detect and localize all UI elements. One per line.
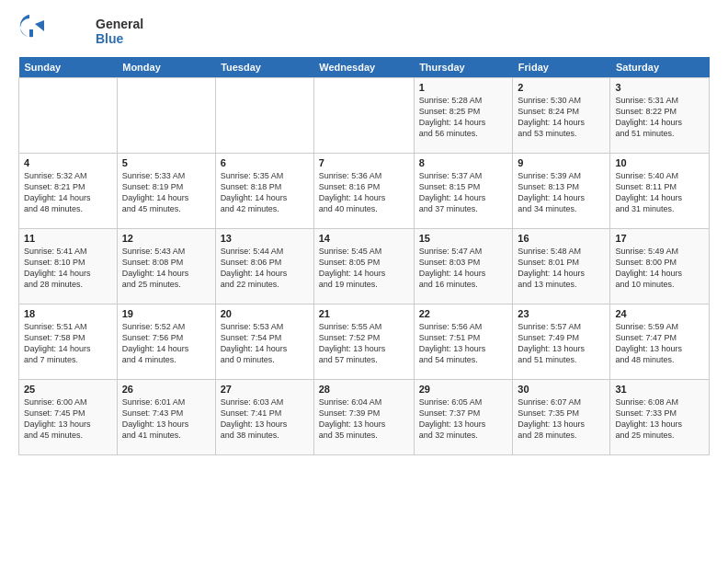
week-row-1: 1Sunrise: 5:28 AM Sunset: 8:25 PM Daylig… [19, 78, 710, 154]
day-info: Sunrise: 6:01 AM Sunset: 7:43 PM Dayligh… [122, 396, 210, 442]
day-number: 5 [122, 157, 210, 168]
day-info: Sunrise: 5:59 AM Sunset: 7:47 PM Dayligh… [615, 321, 704, 366]
day-number: 1 [419, 82, 508, 93]
day-number: 23 [518, 308, 605, 319]
day-info: Sunrise: 6:05 AM Sunset: 7:37 PM Dayligh… [419, 396, 508, 442]
calendar-cell: 28Sunrise: 6:04 AM Sunset: 7:39 PM Dayli… [313, 380, 414, 455]
svg-marker-0 [35, 20, 44, 31]
day-info: Sunrise: 5:28 AM Sunset: 8:25 PM Dayligh… [419, 95, 508, 140]
day-info: Sunrise: 5:35 AM Sunset: 8:18 PM Dayligh… [221, 170, 309, 215]
day-info: Sunrise: 5:52 AM Sunset: 7:56 PM Dayligh… [122, 321, 210, 366]
calendar-cell: 10Sunrise: 5:40 AM Sunset: 8:11 PM Dayli… [610, 154, 710, 229]
day-info: Sunrise: 5:31 AM Sunset: 8:22 PM Dayligh… [615, 95, 704, 140]
calendar-cell: 19Sunrise: 5:52 AM Sunset: 7:56 PM Dayli… [117, 304, 215, 380]
calendar-cell: 12Sunrise: 5:43 AM Sunset: 8:08 PM Dayli… [117, 229, 215, 304]
calendar-cell: 14Sunrise: 5:45 AM Sunset: 8:05 PM Dayli… [313, 229, 414, 304]
day-info: Sunrise: 5:49 AM Sunset: 8:00 PM Dayligh… [615, 246, 704, 291]
day-number: 11 [24, 233, 112, 244]
day-info: Sunrise: 5:57 AM Sunset: 7:49 PM Dayligh… [518, 321, 605, 366]
day-number: 26 [122, 384, 210, 395]
weekday-header-row: SundayMondayTuesdayWednesdayThursdayFrid… [19, 57, 710, 78]
page-header: GeneralBlue [18, 15, 710, 48]
day-info: Sunrise: 5:33 AM Sunset: 8:19 PM Dayligh… [122, 170, 210, 215]
day-number: 22 [419, 308, 508, 319]
day-number: 17 [615, 233, 704, 244]
calendar-cell: 2Sunrise: 5:30 AM Sunset: 8:24 PM Daylig… [513, 78, 610, 154]
weekday-header-saturday: Saturday [610, 57, 710, 78]
day-number: 29 [419, 384, 508, 395]
day-number: 27 [221, 384, 309, 395]
calendar-cell: 23Sunrise: 5:57 AM Sunset: 7:49 PM Dayli… [513, 304, 610, 380]
calendar-cell: 31Sunrise: 6:08 AM Sunset: 7:33 PM Dayli… [610, 380, 710, 455]
day-info: Sunrise: 5:41 AM Sunset: 8:10 PM Dayligh… [24, 246, 112, 291]
logo: GeneralBlue [18, 15, 143, 48]
day-number: 8 [419, 157, 508, 168]
day-info: Sunrise: 6:04 AM Sunset: 7:39 PM Dayligh… [319, 396, 409, 442]
day-number: 19 [122, 308, 210, 319]
calendar-cell: 3Sunrise: 5:31 AM Sunset: 8:22 PM Daylig… [610, 78, 710, 154]
calendar-cell: 4Sunrise: 5:32 AM Sunset: 8:21 PM Daylig… [19, 154, 118, 229]
calendar-cell: 24Sunrise: 5:59 AM Sunset: 7:47 PM Dayli… [610, 304, 710, 380]
calendar-cell: 7Sunrise: 5:36 AM Sunset: 8:16 PM Daylig… [313, 154, 414, 229]
day-number: 21 [319, 308, 409, 319]
calendar-cell: 11Sunrise: 5:41 AM Sunset: 8:10 PM Dayli… [19, 229, 118, 304]
calendar-cell: 9Sunrise: 5:39 AM Sunset: 8:13 PM Daylig… [513, 154, 610, 229]
day-info: Sunrise: 5:32 AM Sunset: 8:21 PM Dayligh… [24, 170, 112, 215]
day-number: 10 [615, 157, 704, 168]
day-number: 20 [221, 308, 309, 319]
day-number: 30 [518, 384, 605, 395]
day-info: Sunrise: 5:55 AM Sunset: 7:52 PM Dayligh… [319, 321, 409, 366]
day-number: 6 [221, 157, 309, 168]
week-row-2: 4Sunrise: 5:32 AM Sunset: 8:21 PM Daylig… [19, 154, 710, 229]
calendar-cell: 25Sunrise: 6:00 AM Sunset: 7:45 PM Dayli… [19, 380, 118, 455]
calendar-cell: 5Sunrise: 5:33 AM Sunset: 8:19 PM Daylig… [117, 154, 215, 229]
weekday-header-tuesday: Tuesday [215, 57, 313, 78]
calendar-cell: 6Sunrise: 5:35 AM Sunset: 8:18 PM Daylig… [215, 154, 313, 229]
calendar-table: SundayMondayTuesdayWednesdayThursdayFrid… [18, 57, 710, 455]
day-number: 2 [518, 82, 605, 93]
weekday-header-friday: Friday [513, 57, 610, 78]
day-number: 14 [319, 233, 409, 244]
day-number: 9 [518, 157, 605, 168]
calendar-cell [19, 78, 118, 154]
calendar-cell: 15Sunrise: 5:47 AM Sunset: 8:03 PM Dayli… [414, 229, 513, 304]
logo-svg [18, 15, 92, 48]
weekday-header-sunday: Sunday [19, 57, 118, 78]
day-info: Sunrise: 6:00 AM Sunset: 7:45 PM Dayligh… [24, 396, 112, 442]
calendar-cell: 26Sunrise: 6:01 AM Sunset: 7:43 PM Dayli… [117, 380, 215, 455]
day-number: 4 [24, 157, 112, 168]
day-info: Sunrise: 5:37 AM Sunset: 8:15 PM Dayligh… [419, 170, 508, 215]
calendar-cell: 27Sunrise: 6:03 AM Sunset: 7:41 PM Dayli… [215, 380, 313, 455]
calendar-cell: 8Sunrise: 5:37 AM Sunset: 8:15 PM Daylig… [414, 154, 513, 229]
calendar-cell [313, 78, 414, 154]
calendar-cell: 21Sunrise: 5:55 AM Sunset: 7:52 PM Dayli… [313, 304, 414, 380]
day-info: Sunrise: 5:40 AM Sunset: 8:11 PM Dayligh… [615, 170, 704, 215]
logo-general: General [96, 17, 143, 31]
week-row-5: 25Sunrise: 6:00 AM Sunset: 7:45 PM Dayli… [19, 380, 710, 455]
weekday-header-thursday: Thursday [414, 57, 513, 78]
day-number: 16 [518, 233, 605, 244]
week-row-4: 18Sunrise: 5:51 AM Sunset: 7:58 PM Dayli… [19, 304, 710, 380]
calendar-cell [215, 78, 313, 154]
calendar-cell [117, 78, 215, 154]
calendar-cell: 1Sunrise: 5:28 AM Sunset: 8:25 PM Daylig… [414, 78, 513, 154]
calendar-cell: 16Sunrise: 5:48 AM Sunset: 8:01 PM Dayli… [513, 229, 610, 304]
day-info: Sunrise: 5:53 AM Sunset: 7:54 PM Dayligh… [221, 321, 309, 366]
week-row-3: 11Sunrise: 5:41 AM Sunset: 8:10 PM Dayli… [19, 229, 710, 304]
day-info: Sunrise: 6:03 AM Sunset: 7:41 PM Dayligh… [221, 396, 309, 442]
day-info: Sunrise: 5:44 AM Sunset: 8:06 PM Dayligh… [221, 246, 309, 291]
day-number: 31 [615, 384, 704, 395]
day-number: 18 [24, 308, 112, 319]
day-number: 7 [319, 157, 409, 168]
day-info: Sunrise: 6:08 AM Sunset: 7:33 PM Dayligh… [615, 396, 704, 442]
day-info: Sunrise: 5:51 AM Sunset: 7:58 PM Dayligh… [24, 321, 112, 366]
calendar-cell: 30Sunrise: 6:07 AM Sunset: 7:35 PM Dayli… [513, 380, 610, 455]
day-number: 28 [319, 384, 409, 395]
day-info: Sunrise: 5:39 AM Sunset: 8:13 PM Dayligh… [518, 170, 605, 215]
logo-blue: Blue [96, 31, 143, 46]
day-info: Sunrise: 5:45 AM Sunset: 8:05 PM Dayligh… [319, 246, 409, 291]
day-info: Sunrise: 6:07 AM Sunset: 7:35 PM Dayligh… [518, 396, 605, 442]
day-number: 24 [615, 308, 704, 319]
calendar-cell: 22Sunrise: 5:56 AM Sunset: 7:51 PM Dayli… [414, 304, 513, 380]
day-number: 13 [221, 233, 309, 244]
